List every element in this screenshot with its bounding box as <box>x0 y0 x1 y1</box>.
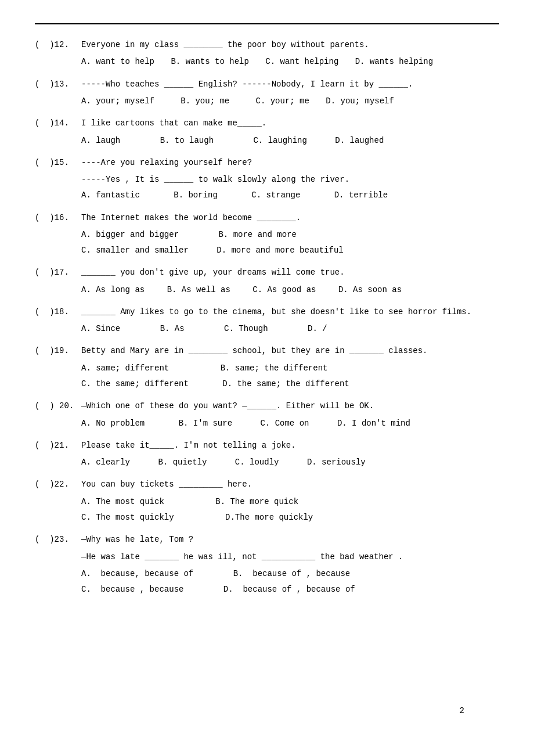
q12-optC: C. want helping <box>265 55 338 69</box>
q22-options-2: C. The most quickly D.The more quickly <box>35 510 499 525</box>
q21-optD: D. seriously <box>307 455 366 470</box>
q17-number: ( )17. <box>35 266 81 279</box>
q12-optB: B. wants to help <box>171 55 248 69</box>
q21-options: A. clearly B. quietly C. loudly D. serio… <box>35 455 499 470</box>
question-21: ( )21. Please take it_____. I'm not tell… <box>35 439 499 470</box>
q15-number: ( )15. <box>35 156 81 169</box>
q23-number: ( )23. <box>35 533 81 546</box>
q23-optA: A. because, because of <box>81 567 193 581</box>
question-14: ( )14. I like cartoons that can make me_… <box>35 117 499 148</box>
q12-options: A. want to help B. wants to help C. want… <box>35 55 499 69</box>
q15-optA: A. fantastic <box>81 188 140 203</box>
q12-number: ( )12. <box>35 38 81 51</box>
q18-number: ( )18. <box>35 305 81 318</box>
q14-options: A. laugh B. to laugh C. laughing D. laug… <box>35 134 499 148</box>
q19-text: Betty and Mary are in ________ school, b… <box>81 344 499 357</box>
q17-optC: C. As good as <box>252 283 316 297</box>
q20-optA: A. No problem <box>81 416 145 431</box>
question-23: ( )23. —Why was he late, Tom ? —He was l… <box>35 533 499 597</box>
q15-options: A. fantastic B. boring C. strange D. ter… <box>35 188 499 203</box>
q19-options-2: C. the same; different D. the same; the … <box>35 377 499 391</box>
q18-optB: B. As <box>160 322 185 336</box>
q18-optD: D. / <box>308 322 327 336</box>
q16-optB: B. more and more <box>218 228 296 242</box>
question-22: ( )22. You can buy tickets _________ her… <box>35 478 499 525</box>
q14-number: ( )14. <box>35 117 81 129</box>
question-17: ( )17. _______ you don't give up, your d… <box>35 266 499 297</box>
q16-optD: D. more and more beautiful <box>217 243 343 258</box>
q15-optD: D. terrible <box>334 188 388 203</box>
q20-optC: C. Come on <box>260 416 309 431</box>
q22-number: ( )22. <box>35 478 81 491</box>
q15-subtext: -----Yes , It is ______ to walk slowly a… <box>35 172 499 187</box>
q16-options-1: A. bigger and bigger B. more and more <box>35 228 499 242</box>
q23-subtext: —He was late _______ he was ill, not ___… <box>35 550 499 564</box>
q17-optD: D. As soon as <box>338 283 402 297</box>
q22-optA: A. The most quick <box>81 495 164 509</box>
q20-optD: D. I don't mind <box>337 416 410 431</box>
q16-options-2: C. smaller and smaller D. more and more … <box>35 243 499 258</box>
q13-text: -----Who teaches ______ English? ------N… <box>81 78 499 91</box>
q23-options-2: C. because , because D. because of , bec… <box>35 582 499 597</box>
q19-number: ( )19. <box>35 344 81 357</box>
q14-text: I like cartoons that can make me_____. <box>81 117 499 129</box>
q22-optB: B. The more quick <box>215 495 298 509</box>
top-border <box>35 23 499 24</box>
q18-text: _______ Amy likes to go to the cinema, b… <box>81 305 499 318</box>
q12-text: Everyone in my class ________ the poor b… <box>81 38 499 51</box>
question-13: ( )13. -----Who teaches ______ English? … <box>35 78 499 109</box>
q14-optA: A. laugh <box>81 134 120 148</box>
q12-optD: D. wants helping <box>355 55 433 69</box>
q16-number: ( )16. <box>35 211 81 224</box>
q23-options-1: A. because, because of B. because of , b… <box>35 567 499 581</box>
question-16: ( )16. The Internet makes the world beco… <box>35 211 499 258</box>
q15-optC: C. strange <box>251 188 300 203</box>
q16-optA: A. bigger and bigger <box>81 228 179 242</box>
q22-options-1: A. The most quick B. The more quick <box>35 495 499 509</box>
q13-optD: D. you; myself <box>326 94 394 109</box>
q22-optC: C. The most quickly <box>81 510 174 525</box>
q23-optD: D. because of , because of <box>223 582 355 597</box>
q22-optD: D.The more quickly <box>225 510 313 525</box>
q13-number: ( )13. <box>35 78 81 91</box>
q16-optC: C. smaller and smaller <box>81 243 189 258</box>
question-18: ( )18. _______ Amy likes to go to the ci… <box>35 305 499 337</box>
q17-optA: A. As long as <box>81 283 145 297</box>
q17-optB: B. As well as <box>167 283 230 297</box>
q13-options: A. your; myself B. you; me C. your; me D… <box>35 94 499 109</box>
question-15: ( )15. ----Are you relaxing yourself her… <box>35 156 499 203</box>
q19-optC: C. the same; different <box>81 377 189 391</box>
q22-text: You can buy tickets _________ here. <box>81 478 499 491</box>
q18-optC: C. Though <box>224 322 268 336</box>
q13-optA: A. your; myself <box>81 94 154 109</box>
q13-optC: C. your; me <box>246 94 309 109</box>
q18-options: A. Since B. As C. Though D. / <box>35 322 499 336</box>
q19-options-1: A. same; different B. same; the differen… <box>35 361 499 376</box>
page-number: 2 <box>460 706 464 715</box>
q21-number: ( )21. <box>35 439 81 452</box>
q20-text: —Which one of these do you want? —______… <box>81 399 499 412</box>
q19-optD: D. the same; the different <box>222 377 349 391</box>
q15-text: ----Are you relaxing yourself here? <box>81 156 499 169</box>
q23-text: —Why was he late, Tom ? <box>81 533 499 546</box>
q21-optC: C. loudly <box>235 455 279 470</box>
q14-optD: D. laughed <box>335 134 384 148</box>
q20-number: ( ) 20. <box>35 399 81 412</box>
q18-optA: A. Since <box>81 322 120 336</box>
q23-optB: B. because of , because <box>233 567 351 581</box>
q20-optB: B. I'm sure <box>179 416 232 431</box>
question-12: ( )12. Everyone in my class ________ the… <box>35 38 499 70</box>
question-20: ( ) 20. —Which one of these do you want?… <box>35 399 499 431</box>
q19-optA: A. same; different <box>81 361 169 376</box>
q17-options: A. As long as B. As well as C. As good a… <box>35 283 499 297</box>
q21-optB: B. quietly <box>158 455 207 470</box>
q15-optB: B. boring <box>174 188 218 203</box>
q21-text: Please take it_____. I'm not telling a j… <box>81 439 499 452</box>
q23-optC: C. because , because <box>81 582 183 597</box>
q12-optA: A. want to help <box>81 55 154 69</box>
q19-optB: B. same; the different <box>221 361 328 376</box>
q16-text: The Internet makes the world become ____… <box>81 211 499 224</box>
question-19: ( )19. Betty and Mary are in ________ sc… <box>35 344 499 391</box>
q14-optB: B. to laugh <box>160 134 214 148</box>
q17-text: _______ you don't give up, your dreams w… <box>81 266 499 279</box>
